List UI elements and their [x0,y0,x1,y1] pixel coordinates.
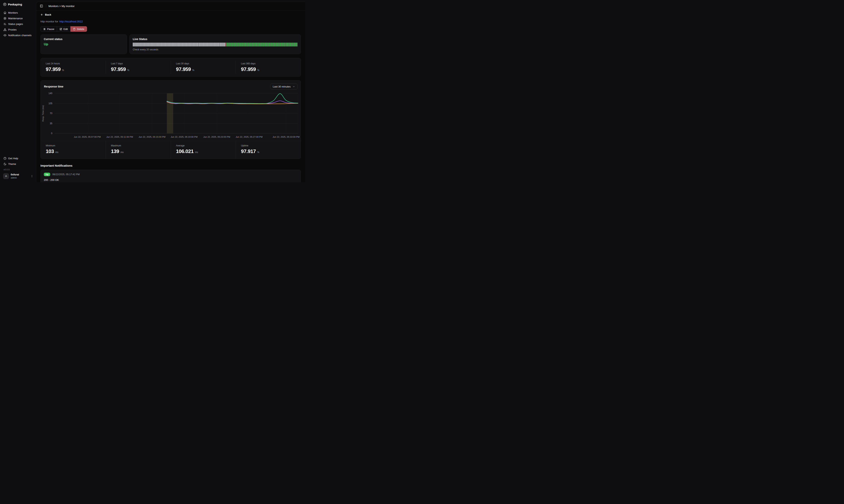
heartbeat-bar [139,42,139,47]
stat-value: 97.959 [241,66,256,72]
live-status-bars[interactable] [133,42,298,47]
stat-cell: Last 24 hours97.959% [41,61,106,74]
heartbeat-bar [274,42,275,47]
stat-cell: Last 30 days97.959% [171,61,236,74]
heartbeat-bar [217,42,217,47]
heartbeat-bar [210,42,210,47]
heartbeat-bar [160,42,161,47]
stat-value: 103 [46,148,54,155]
heartbeat-bar [212,42,212,47]
heartbeat-bar [162,42,162,47]
edit-button[interactable]: Edit [57,26,70,32]
sidebar-item-proxies[interactable]: Proxies [3,27,33,32]
heartbeat-bar [144,42,144,47]
time-range-select[interactable]: Last 30 minutes [270,84,298,89]
heartbeat-bar [214,42,214,47]
heartbeat-bar [177,42,177,47]
heartbeat-bar [203,42,204,47]
delete-button[interactable]: Delete [70,26,87,32]
heartbeat-bar [291,42,292,47]
heartbeat-bar [236,42,236,47]
heartbeat-bar [280,42,280,47]
heartbeat-bar [244,42,244,47]
y-tick-label: 105 [49,102,52,105]
app-version: v0.0.5 [3,168,33,171]
help-circle-icon [3,157,6,160]
pause-label: Pause [47,28,54,31]
stat-label: Minimum [46,144,101,147]
sidebar-item-status-pages[interactable]: Status pages [3,22,33,26]
heartbeat-bar [283,42,284,47]
delete-label: Delete [77,28,84,31]
y-tick-label: 70 [50,112,53,115]
chart-highlight-band [167,93,173,133]
heartbeat-bar [270,42,271,47]
heartbeat-bar [152,42,152,47]
stat-unit: % [127,69,130,72]
heartbeat-bar [254,42,254,47]
monitor-url-link[interactable]: http://localhost:3022 [59,20,83,23]
heartbeat-bar [274,42,274,47]
heartbeat-bar [136,42,136,47]
heartbeat-bar [179,42,180,47]
stat-label: Last 24 hours [46,62,101,65]
sidebar-item-notification-channels[interactable]: Notification channels [3,33,33,38]
heartbeat-bar [209,42,210,47]
stat-unit: % [62,69,64,72]
heartbeat-bar [258,42,259,47]
stat-value: 106.021 [176,148,193,155]
stat-label: Maximum [111,144,166,147]
sidebar-item-monitors[interactable]: Monitors [3,10,33,15]
user-menu[interactable]: A 0xfurai admin [3,173,33,179]
heartbeat-bar [188,42,189,47]
stat-cell: Last 7 days97.959% [106,61,171,74]
heartbeat-bar [249,42,249,47]
heartbeat-bar [252,42,253,47]
arrow-left-icon [40,13,44,16]
heartbeat-bar [188,42,188,47]
heartbeat-bar [261,42,261,47]
heartbeat-bar [290,42,290,47]
x-tick-label: Jun 22, 2025, 05:11:00 PM [106,136,133,138]
sidebar-item-label: Get Help [8,157,18,160]
heartbeat-bar [211,42,211,47]
heartbeat-bar [181,42,181,47]
heartbeat-bar [201,42,202,47]
heartbeat-bar [194,42,195,47]
y-tick-label: 140 [49,92,52,95]
heartbeat-bar [223,42,223,47]
heartbeat-bar [184,42,184,47]
ellipsis-vertical-icon[interactable] [31,175,33,178]
heartbeat-bar [148,42,149,47]
heartbeat-bar [151,42,152,47]
heartbeat-bar [206,42,206,47]
back-button[interactable]: Back [40,13,51,16]
heartbeat-bar [232,42,232,47]
heartbeat-bar [258,42,258,47]
sidebar-item-theme[interactable]: Theme [3,162,33,166]
heartbeat-bar [218,42,218,47]
notification-time: 06/22/2025, 05:17:42 PM [52,173,80,176]
response-time-chart[interactable]: 03570105140Resp. Time (ms)Jun 22, 2025, … [41,91,301,141]
heartbeat-bar [260,42,261,47]
sidebar: Peekaping MonitorsMaintenanceStatus page… [0,0,36,182]
heartbeat-bar [185,42,185,47]
current-status-value: Up [44,42,124,46]
sidebar-item-label: Notification channels [8,34,32,37]
brand[interactable]: Peekaping [3,3,33,6]
sidebar-item-get-help[interactable]: Get Help [3,156,33,161]
heartbeat-bar [136,42,136,47]
heartbeat-bar [133,42,134,47]
sidebar-item-maintenance[interactable]: Maintenance [3,16,33,21]
sidebar-toggle-button[interactable] [39,4,44,8]
heartbeat-bar [285,42,285,47]
heartbeat-bar [216,42,216,47]
trash-icon [73,28,75,30]
heartbeat-bar [173,42,174,47]
pause-button[interactable]: Pause [40,26,57,32]
heartbeat-bar [247,42,248,47]
heartbeat-bar [196,42,197,47]
live-status-caption: Check every 20 seconds [133,48,298,51]
heartbeat-bar [141,42,141,47]
stat-cell: Maximum139ms [106,141,171,159]
